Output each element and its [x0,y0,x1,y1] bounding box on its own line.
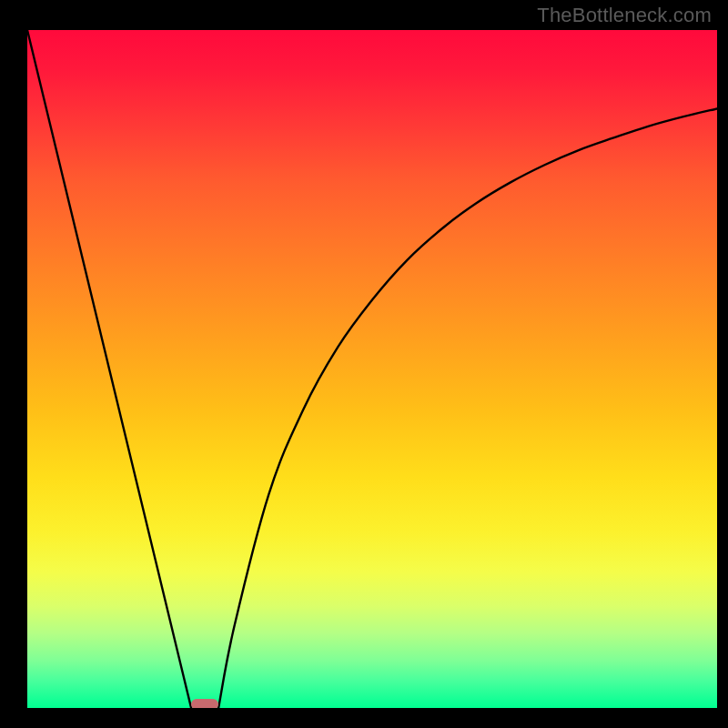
plot-area [27,30,717,708]
attribution-label: TheBottleneck.com [537,4,712,27]
chart-viewport: TheBottleneck.com [0,0,728,728]
curve-layer [27,30,717,708]
curve-left-branch [27,30,191,708]
optimum-marker [191,699,218,708]
curve-right-branch [218,108,717,708]
